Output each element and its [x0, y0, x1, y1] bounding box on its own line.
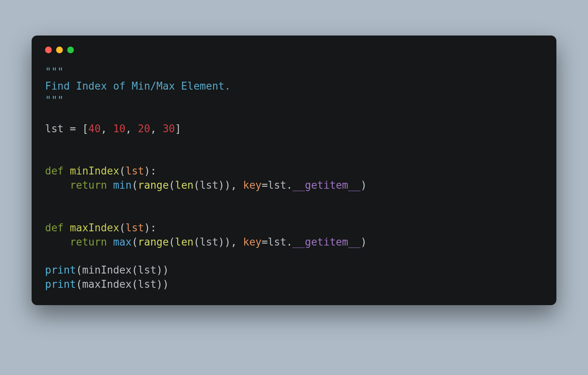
builtin-len: len	[175, 236, 194, 248]
kwarg-key: key	[243, 236, 262, 248]
paren: (	[169, 236, 175, 248]
indent	[45, 236, 70, 248]
identifier-lst: lst	[138, 278, 156, 290]
equals: =	[262, 179, 268, 191]
space	[107, 236, 113, 248]
paren-close: )),	[218, 179, 243, 191]
docstring-open: """	[45, 66, 64, 78]
number-literal: 30	[162, 123, 175, 135]
keyword-def: def	[45, 222, 64, 234]
identifier-lst: lst	[200, 236, 218, 248]
comma: ,	[101, 123, 113, 135]
paren-close: )),	[218, 236, 243, 248]
dot: .	[286, 179, 293, 191]
docstring-close: """	[45, 94, 64, 106]
call-minindex: minIndex	[82, 264, 132, 276]
paren-close: ))	[156, 278, 169, 290]
space	[64, 165, 70, 177]
paren-close: )	[360, 236, 367, 248]
code-window: """ Find Index of Min/Max Element. """ l…	[32, 36, 556, 305]
param-lst: lst	[126, 165, 144, 177]
paren-close: )	[360, 179, 367, 191]
kwarg-key: key	[243, 179, 262, 191]
assign-bracket: = [	[64, 123, 89, 135]
param-lst: lst	[126, 222, 144, 234]
close-icon[interactable]	[45, 47, 52, 53]
number-literal: 20	[138, 123, 150, 135]
paren: (	[76, 264, 82, 276]
number-literal: 40	[89, 123, 101, 135]
paren: (	[76, 278, 82, 290]
minimize-icon[interactable]	[56, 47, 63, 53]
docstring-body: Find Index of Min/Max Element.	[45, 80, 231, 92]
identifier-lst: lst	[268, 179, 286, 191]
variable-lst: lst	[45, 123, 64, 135]
identifier-lst: lst	[200, 179, 218, 191]
keyword-return: return	[70, 179, 107, 191]
function-name: maxIndex	[70, 222, 119, 234]
dunder-getitem: __getitem__	[292, 236, 360, 248]
paren: (	[132, 179, 138, 191]
window-titlebar	[45, 47, 543, 53]
dot: .	[286, 236, 293, 248]
keyword-def: def	[45, 165, 64, 177]
indent	[45, 179, 70, 191]
paren: (	[169, 179, 175, 191]
bracket-close: ]	[175, 123, 181, 135]
paren-open: (	[119, 165, 126, 177]
builtin-print: print	[45, 264, 76, 276]
builtin-len: len	[175, 179, 194, 191]
comma: ,	[150, 123, 162, 135]
paren: (	[132, 278, 138, 290]
builtin-range: range	[138, 179, 169, 191]
function-name: minIndex	[70, 165, 119, 177]
paren-close-colon: ):	[144, 165, 156, 177]
builtin-max: max	[113, 236, 132, 248]
identifier-lst: lst	[138, 264, 156, 276]
paren-open: (	[119, 222, 126, 234]
space	[64, 222, 70, 234]
paren: (	[194, 179, 200, 191]
paren: (	[132, 236, 138, 248]
identifier-lst: lst	[268, 236, 286, 248]
paren-close-colon: ):	[144, 222, 156, 234]
paren-close: ))	[156, 264, 169, 276]
builtin-print: print	[45, 278, 76, 290]
equals: =	[262, 236, 268, 248]
builtin-range: range	[138, 236, 169, 248]
code-block: """ Find Index of Min/Max Element. """ l…	[45, 65, 543, 292]
maximize-icon[interactable]	[67, 47, 74, 53]
number-literal: 10	[113, 123, 125, 135]
dunder-getitem: __getitem__	[292, 179, 360, 191]
builtin-min: min	[113, 179, 132, 191]
call-maxindex: maxIndex	[82, 278, 132, 290]
space	[107, 179, 113, 191]
comma: ,	[126, 123, 138, 135]
paren: (	[132, 264, 138, 276]
keyword-return: return	[70, 236, 107, 248]
paren: (	[194, 236, 200, 248]
